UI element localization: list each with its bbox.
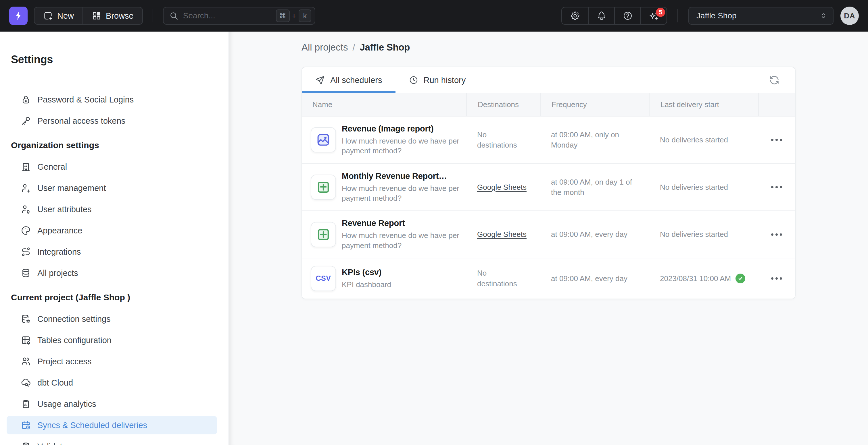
browse-button[interactable]: Browse — [83, 7, 142, 24]
sidebar-item-label: User management — [37, 183, 106, 193]
new-plus-icon — [43, 11, 53, 21]
sidebar-item-label: User attributes — [37, 205, 92, 214]
cloud-search-icon — [21, 378, 31, 388]
search-placeholder: Search... — [183, 11, 271, 21]
tab-run-history[interactable]: Run history — [396, 67, 479, 93]
scheduler-name-cell: Revenue (Image report) How much revenue … — [302, 124, 466, 156]
sidebar-item-label: General — [37, 162, 67, 172]
new-button[interactable]: New — [34, 7, 83, 24]
key-icon — [21, 116, 31, 126]
settings-sidebar: Settings Password & Social Logins Person… — [0, 32, 229, 445]
sidebar-item-password-social-logins[interactable]: Password & Social Logins — [7, 91, 217, 109]
destination-link-google-sheets[interactable]: Google Sheets — [477, 230, 527, 239]
table-row[interactable]: CSV KPIs (csv) KPI dashboard No destinat… — [302, 258, 795, 299]
k-key: k — [299, 9, 311, 22]
sidebar-item-label: Validator — [37, 442, 69, 445]
sidebar-item-connection-settings[interactable]: Connection settings — [7, 310, 217, 328]
clipboard-check-icon — [21, 441, 31, 445]
column-header-frequency: Frequency — [540, 93, 649, 116]
database-gear-icon — [21, 314, 31, 324]
clipboard-chart-icon — [21, 399, 31, 409]
sidebar-item-project-access[interactable]: Project access — [7, 352, 217, 371]
row-actions-button[interactable] — [768, 135, 785, 144]
sidebar-item-integrations[interactable]: Integrations — [7, 243, 217, 261]
notifications-button[interactable] — [588, 7, 614, 24]
row-actions-button[interactable] — [768, 274, 785, 283]
last-delivery-value: No deliveries started — [660, 182, 728, 192]
sidebar-item-label: Appearance — [37, 226, 82, 235]
help-button[interactable] — [614, 7, 640, 24]
destination-link-google-sheets[interactable]: Google Sheets — [477, 183, 527, 192]
scheduler-description: KPI dashboard — [342, 280, 391, 289]
destinations-cell: Google Sheets — [466, 182, 540, 192]
row-actions-button[interactable] — [768, 230, 785, 239]
destinations-cell: No destinations — [466, 130, 540, 150]
settings-button[interactable] — [562, 7, 588, 24]
search-shortcut: ⌘ + k — [276, 9, 311, 22]
topbar: New Browse Search... ⌘ + k — [0, 0, 868, 32]
actions-cell — [758, 230, 795, 239]
scheduler-title: Revenue (Image report) — [342, 124, 465, 134]
tab-bar: All schedulers Run history — [302, 67, 795, 93]
tab-all-schedulers[interactable]: All schedulers — [302, 67, 396, 93]
row-actions-button[interactable] — [768, 182, 785, 192]
sidebar-item-usage-analytics[interactable]: Usage analytics — [7, 395, 217, 413]
sidebar-item-syncs-scheduled-deliveries[interactable]: Syncs & Scheduled deliveries — [7, 416, 217, 434]
main-content: All projects / Jaffle Shop All scheduler… — [229, 32, 868, 445]
sidebar-item-label: dbt Cloud — [37, 378, 73, 387]
user-badge-icon — [21, 204, 31, 214]
last-delivery-cell: 2023/08/31 10:00 AM — [649, 273, 758, 284]
table-row[interactable]: Monthly Revenue Report… How much revenue… — [302, 163, 795, 211]
refresh-button[interactable] — [766, 72, 782, 88]
new-button-label: New — [57, 11, 74, 21]
sidebar-item-validator[interactable]: Validator — [7, 437, 217, 445]
sidebar-section-current-project: Current project (Jaffle Shop ) — [11, 293, 217, 302]
sidebar-item-dbt-cloud[interactable]: dbt Cloud — [7, 374, 217, 392]
scheduler-description: How much revenue do we have per payment … — [342, 231, 465, 250]
sidebar-item-label: Syncs & Scheduled deliveries — [37, 421, 147, 430]
last-delivery-value: No deliveries started — [660, 135, 728, 145]
sidebar-item-label: Usage analytics — [37, 399, 96, 409]
scheduler-description: How much revenue do we have per payment … — [342, 183, 465, 203]
whats-new-button[interactable]: 5 — [640, 7, 666, 24]
select-chevrons-icon — [819, 11, 828, 20]
sidebar-item-tables-configuration[interactable]: Tables configuration — [7, 331, 217, 349]
browse-button-label: Browse — [106, 11, 134, 21]
sidebar-item-user-management[interactable]: User management — [7, 179, 217, 197]
table-gear-icon — [21, 335, 31, 345]
project-select[interactable]: Jaffle Shop — [688, 7, 834, 25]
sidebar-item-user-attributes[interactable]: User attributes — [7, 200, 217, 218]
table-row[interactable]: Revenue Report How much revenue do we ha… — [302, 210, 795, 258]
plus-separator: + — [292, 11, 296, 21]
photo-icon — [311, 127, 336, 152]
breadcrumb-all-projects[interactable]: All projects — [302, 42, 348, 53]
table-row[interactable]: Revenue (Image report) How much revenue … — [302, 116, 795, 163]
table-header: Name Destinations Frequency Last deliver… — [302, 93, 795, 116]
sidebar-item-label: Connection settings — [37, 314, 111, 324]
sidebar-item-personal-access-tokens[interactable]: Personal access tokens — [7, 112, 217, 130]
scheduler-description: How much revenue do we have per payment … — [342, 136, 465, 156]
frequency-cell: at 09:00 AM, every day — [540, 273, 649, 284]
sidebar-item-all-projects[interactable]: All projects — [7, 264, 217, 282]
avatar[interactable]: DA — [840, 7, 859, 25]
breadcrumb-current-project: Jaffle Shop — [360, 42, 410, 53]
csv-icon: CSV — [311, 266, 336, 291]
sheets-icon — [311, 222, 336, 247]
scheduler-name-cell: CSV KPIs (csv) KPI dashboard — [302, 266, 466, 291]
search-icon — [169, 11, 179, 21]
scheduler-title: Revenue Report — [342, 218, 465, 228]
send-icon — [315, 75, 325, 85]
tab-label: Run history — [424, 75, 466, 85]
last-delivery-cell: No deliveries started — [649, 229, 758, 239]
sidebar-item-appearance[interactable]: Appearance — [7, 221, 217, 240]
success-check-icon — [736, 274, 745, 283]
scheduler-title: Monthly Revenue Report… — [342, 171, 465, 181]
sidebar-item-label: All projects — [37, 268, 78, 278]
column-header-destinations: Destinations — [466, 93, 540, 116]
sidebar-item-general[interactable]: General — [7, 158, 217, 176]
actions-cell — [758, 274, 795, 283]
search-input[interactable]: Search... ⌘ + k — [163, 7, 315, 25]
column-header-actions — [758, 93, 795, 116]
app-logo[interactable] — [9, 7, 28, 25]
cmd-key: ⌘ — [276, 9, 290, 22]
